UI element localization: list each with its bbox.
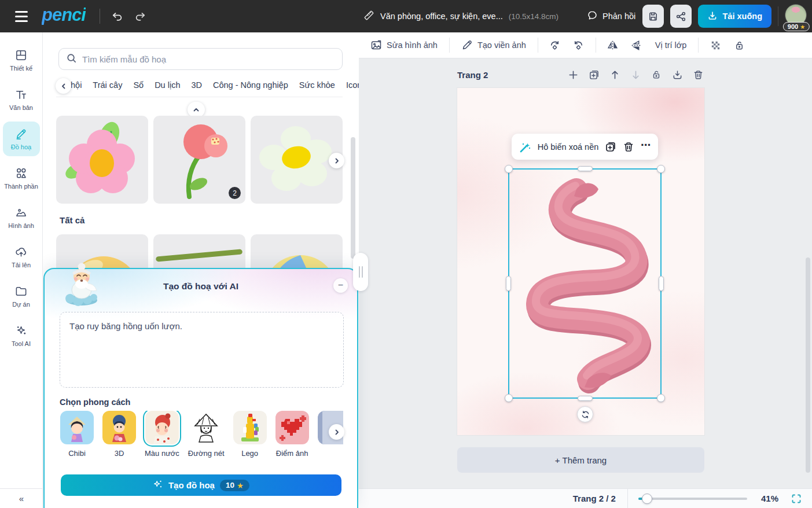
resize-handle-n[interactable]	[578, 166, 593, 171]
category-tab[interactable]: Công - Nông nghiệp	[213, 78, 288, 90]
layer-position-label: Vị trí lớp	[655, 41, 687, 50]
style-option-watercolor[interactable]: Màu nước	[145, 411, 179, 458]
resize-handle-s[interactable]	[578, 396, 593, 401]
feedback-button[interactable]: Phản hồi	[587, 0, 635, 32]
download-button[interactable]: Tải xuống	[698, 5, 771, 28]
search-bar[interactable]	[58, 48, 343, 70]
transparency-icon[interactable]	[706, 36, 725, 54]
fullscreen-icon[interactable]	[791, 494, 802, 504]
resize-handle-nw[interactable]	[505, 165, 513, 173]
canvas-area: Sửa hình ảnh Tạo viền ảnh	[359, 32, 812, 508]
trash-icon[interactable]	[623, 141, 634, 153]
style-label: Màu nước	[145, 449, 179, 458]
zoom-slider-knob[interactable]	[642, 494, 652, 504]
sidebar-item-label: Thành phần	[4, 183, 38, 190]
panel-scrollbar[interactable]	[351, 137, 355, 259]
resize-handle-se[interactable]	[657, 394, 665, 402]
style-option-pixel[interactable]: Điểm ảnh	[275, 411, 309, 458]
edit-image-button[interactable]: Sửa hình ảnh	[366, 36, 442, 54]
duplicate-page-icon[interactable]	[587, 68, 600, 81]
lock-page-icon[interactable]	[650, 68, 663, 81]
collapse-suggestions-button[interactable]	[188, 102, 205, 117]
ai-prompt-input[interactable]: Tạo ruy băng hồng uốn lượn.	[60, 312, 344, 388]
divider	[698, 38, 699, 53]
sidebar-item-images[interactable]: Hình ảnh	[3, 198, 40, 237]
save-button[interactable]	[642, 5, 664, 28]
sidebar-item-uploads[interactable]: Tải lên	[3, 237, 40, 277]
style-option-3d[interactable]: 3D	[102, 411, 136, 458]
categories-prev-button[interactable]	[56, 78, 71, 94]
panel-drag-handle[interactable]	[353, 253, 368, 291]
category-tab[interactable]: Icon	[346, 78, 359, 90]
folder-icon	[14, 285, 28, 298]
zoom-slider[interactable]	[638, 494, 747, 504]
style-thumb-chibi	[60, 411, 94, 444]
lock-icon[interactable]	[729, 36, 749, 54]
undo-icon[interactable]	[106, 5, 129, 28]
sidebar-item-tool-ai[interactable]: Tool AI	[3, 316, 40, 355]
ai-panel-title: Tạo đồ hoạ với AI	[45, 281, 357, 292]
layout-icon	[14, 49, 28, 62]
category-tab[interactable]: hội	[71, 78, 82, 90]
generate-graphic-button[interactable]: Tạo đồ hoạ 10 ★	[61, 474, 341, 496]
document-size: (10.5x14.8cm)	[509, 12, 559, 21]
flip-vertical-icon[interactable]	[627, 36, 646, 54]
sidebar-item-text[interactable]: Văn bản	[3, 80, 40, 119]
minimize-ai-panel-button[interactable]: −	[333, 278, 348, 293]
move-page-up-icon[interactable]	[608, 68, 621, 81]
sidebar-item-label: Đồ hoạ	[11, 143, 31, 150]
credits-badge: 900 ★	[783, 22, 810, 31]
more-options-button[interactable]: ⋯	[641, 145, 651, 149]
sidebar-item-design[interactable]: Thiết kế	[3, 41, 40, 80]
resize-handle-ne[interactable]	[657, 165, 665, 173]
graphic-thumb-tulip[interactable]: 2	[153, 116, 245, 204]
style-option-chibi[interactable]: Chibi	[60, 411, 94, 458]
sidebar-item-elements[interactable]: Thành phần	[3, 159, 40, 198]
document-title-group[interactable]: Văn phòng, office, sự kiện, eve... (10.5…	[363, 0, 559, 32]
resize-handle-sw[interactable]	[505, 394, 513, 402]
collapse-sidebar-button[interactable]: «	[0, 488, 42, 508]
layer-position-button[interactable]: Vị trí lớp	[651, 37, 692, 53]
resize-handle-w[interactable]	[506, 276, 511, 291]
menu-icon[interactable]	[8, 0, 35, 32]
chevron-left-icon	[60, 83, 67, 90]
graphic-thumb-pink-flower[interactable]	[56, 116, 148, 204]
delete-page-icon[interactable]	[692, 68, 704, 81]
category-tab[interactable]: Số	[133, 78, 144, 90]
download-page-icon[interactable]	[671, 68, 684, 81]
search-icon	[66, 53, 77, 66]
style-thumb-watercolor	[145, 411, 179, 444]
style-option-lego[interactable]: Lego	[233, 411, 267, 458]
category-tab[interactable]: Sức khỏe	[299, 78, 335, 90]
search-input[interactable]	[82, 54, 335, 64]
remove-background-label[interactable]: Hô biến xoá nền	[538, 142, 599, 152]
sidebar-item-label: Dự án	[12, 301, 30, 308]
sidebar-item-projects[interactable]: Dự án	[3, 277, 40, 316]
rotate-right-icon[interactable]	[569, 36, 589, 54]
canvas-scrollbar[interactable]	[806, 257, 810, 473]
chevron-right-icon	[333, 157, 340, 164]
divider	[596, 38, 596, 53]
create-border-button[interactable]: Tạo viền ảnh	[457, 36, 531, 54]
selection-box[interactable]	[508, 168, 662, 399]
user-avatar[interactable]: 900 ★	[785, 2, 808, 30]
category-tab[interactable]: Trái cây	[93, 78, 122, 90]
category-tab[interactable]: 3D	[191, 78, 202, 90]
add-element-icon[interactable]	[567, 68, 579, 81]
style-label: Đường nét	[188, 449, 225, 458]
style-option-lineart[interactable]: Đường nét	[188, 411, 225, 458]
rotate-left-icon[interactable]	[545, 36, 565, 54]
styles-next-button[interactable]	[329, 424, 344, 440]
suggestions-next-button[interactable]	[329, 153, 344, 168]
rotate-handle[interactable]	[577, 406, 593, 422]
add-page-button[interactable]: + Thêm trang	[457, 447, 704, 473]
divider	[778, 6, 778, 26]
flip-horizontal-icon[interactable]	[603, 36, 623, 54]
duplicate-icon[interactable]	[605, 141, 616, 153]
zoom-slider-track[interactable]	[638, 498, 747, 500]
share-button[interactable]	[670, 5, 692, 28]
resize-handle-e[interactable]	[659, 276, 664, 291]
sidebar-item-graphics[interactable]: Đồ hoạ	[3, 122, 40, 156]
redo-icon[interactable]	[129, 5, 152, 28]
category-tab[interactable]: Du lịch	[155, 78, 180, 90]
